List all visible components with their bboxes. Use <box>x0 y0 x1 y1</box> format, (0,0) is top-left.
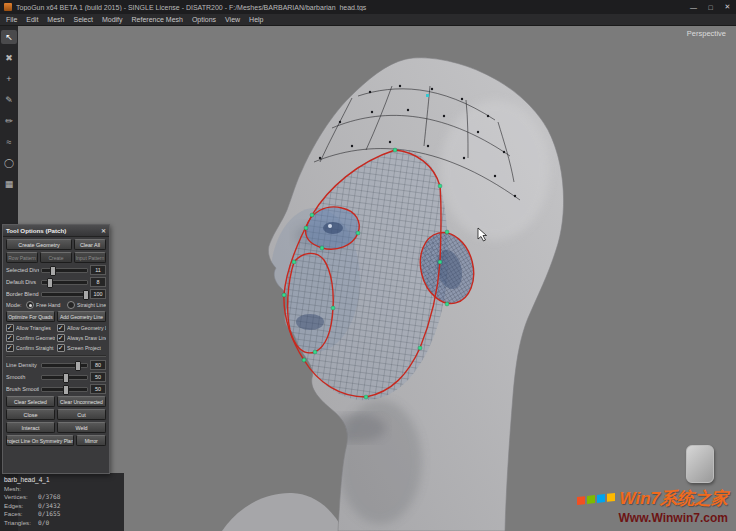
slider-thumb[interactable] <box>50 266 56 276</box>
border-blend-value[interactable]: 100 <box>90 289 106 299</box>
loop-tool-icon[interactable]: ◯ <box>1 156 17 170</box>
menu-reference-mesh[interactable]: Reference Mesh <box>132 16 183 23</box>
watermark: Win7系统之家 Www.Winwin7.com <box>576 445 728 525</box>
allow-triangles-checkbox[interactable] <box>6 324 14 332</box>
confirm-geometry-label: Confirm Geometry <box>16 335 55 341</box>
mode-straight-lines-radio[interactable] <box>67 301 75 309</box>
default-divs-slider[interactable] <box>41 280 88 285</box>
brush-smooth-slider[interactable] <box>41 387 88 392</box>
create-button[interactable]: Create <box>40 252 72 263</box>
tool-options-panel: Tool Options (Patch) ✕ Create Geometry C… <box>2 224 110 474</box>
brush-smooth-label: Brush Smooth <box>6 386 39 392</box>
slider-thumb[interactable] <box>63 373 69 383</box>
menu-help[interactable]: Help <box>249 16 263 23</box>
app-icon <box>4 3 12 11</box>
edges-label: Edges: <box>4 502 38 511</box>
minimize-button[interactable]: — <box>685 0 702 14</box>
selected-divs-slider[interactable] <box>41 268 88 273</box>
menu-select[interactable]: Select <box>73 16 92 23</box>
menu-bar: File Edit Mesh Select Modify Reference M… <box>0 14 736 26</box>
slider-thumb[interactable] <box>83 290 89 300</box>
interact-button[interactable]: Interact <box>6 422 55 433</box>
object-name[interactable]: barb_head_4_1 <box>4 476 120 485</box>
grid-tool-icon[interactable]: ▦ <box>1 177 17 191</box>
slider-thumb[interactable] <box>75 361 81 371</box>
maximize-button[interactable]: □ <box>702 0 719 14</box>
row-pattern-button[interactable]: Row Pattern <box>6 252 38 263</box>
allow-geometry-lines-label: Allow Geometry Lines <box>67 325 106 331</box>
draw-tool-icon[interactable]: ✎ <box>1 93 17 107</box>
line-density-slider[interactable] <box>41 363 88 368</box>
default-divs-value[interactable]: 8 <box>90 277 106 287</box>
watermark-block-icon <box>686 445 714 483</box>
menu-file[interactable]: File <box>6 16 17 23</box>
screen-project-checkbox[interactable] <box>57 344 65 352</box>
confirm-geometry-checkbox[interactable] <box>6 334 14 342</box>
line-density-value[interactable]: 80 <box>90 360 106 370</box>
allow-geometry-lines-checkbox[interactable] <box>57 324 65 332</box>
mode-free-hand-radio[interactable] <box>26 301 34 309</box>
weld-button[interactable]: Weld <box>57 422 106 433</box>
smooth-tool-icon[interactable]: ≈ <box>1 135 17 149</box>
application-window: Perspective TopoGun x64 BETA 1 (build 20… <box>0 0 736 531</box>
vertices-row: Vertices:0/3768 <box>4 493 120 502</box>
brush-smooth-value[interactable]: 50 <box>90 384 106 394</box>
close-button[interactable]: ✕ <box>719 0 736 14</box>
line-density-label: Line Density <box>6 362 39 368</box>
confirm-straight-lines-label: Confirm Straight Lines <box>16 345 55 351</box>
slider-thumb[interactable] <box>47 278 53 288</box>
border-blend-label: Border Blend <box>6 291 39 297</box>
smooth-value[interactable]: 50 <box>90 372 106 382</box>
clear-all-button[interactable]: Clear All <box>74 239 106 250</box>
menu-options[interactable]: Options <box>192 16 216 23</box>
add-geometry-line-button[interactable]: Add Geometry Line <box>57 311 106 322</box>
mode-label: Mode: <box>6 302 24 308</box>
confirm-straight-lines-checkbox[interactable] <box>6 344 14 352</box>
tool-options-titlebar[interactable]: Tool Options (Patch) ✕ <box>3 225 109 237</box>
selected-vertex-dot <box>426 94 429 97</box>
vertices-label: Vertices: <box>4 493 38 502</box>
delete-tool-icon[interactable]: ✖ <box>1 51 17 65</box>
add-tool-icon[interactable]: + <box>1 72 17 86</box>
faces-value: 0/1655 <box>38 510 60 517</box>
faces-row: Faces:0/1655 <box>4 510 120 519</box>
window-title: TopoGun x64 BETA 1 (build 2015) - SINGLE… <box>16 4 685 11</box>
slider-thumb[interactable] <box>63 385 69 395</box>
object-type: Mesh: <box>4 485 120 494</box>
border-blend-slider[interactable] <box>41 292 88 297</box>
edges-value: 0/3432 <box>38 502 60 509</box>
selected-divs-value[interactable]: 11 <box>90 265 106 275</box>
menu-mesh[interactable]: Mesh <box>47 16 64 23</box>
mirror-button[interactable]: Mirror <box>76 435 106 446</box>
windows-flag-icon <box>576 491 616 505</box>
triangles-value: 0/0 <box>38 519 49 526</box>
screen-project-label: Screen Project <box>67 345 101 351</box>
triangles-row: Triangles:0/0 <box>4 519 120 528</box>
watermark-url: Www.Winwin7.com <box>576 511 728 525</box>
divider <box>6 355 106 357</box>
optimize-for-quads-button[interactable]: Optimize For Quads <box>6 311 55 322</box>
clear-selected-button[interactable]: Clear Selected <box>6 396 55 407</box>
clear-unconnected-button[interactable]: Clear Unconnected <box>57 396 106 407</box>
menu-edit[interactable]: Edit <box>26 16 38 23</box>
always-draw-lines-checkbox[interactable] <box>57 334 65 342</box>
panel-close-icon[interactable]: ✕ <box>101 227 106 234</box>
close-patch-button[interactable]: Close <box>6 409 55 420</box>
title-bar: TopoGun x64 BETA 1 (build 2015) - SINGLE… <box>0 0 736 14</box>
selected-divs-label: Selected Divs <box>6 267 39 273</box>
create-geometry-button[interactable]: Create Geometry <box>6 239 72 250</box>
vertices-value: 0/3768 <box>38 493 60 500</box>
menu-view[interactable]: View <box>225 16 240 23</box>
faces-label: Faces: <box>4 510 38 519</box>
select-tool-icon[interactable]: ↖ <box>1 30 17 44</box>
input-pattern-button[interactable]: Input Pattern <box>74 252 106 263</box>
smooth-slider[interactable] <box>41 375 88 380</box>
project-line-symmetry-button[interactable]: Project Line On Symmetry Plane <box>6 435 74 446</box>
default-divs-label: Default Divs <box>6 279 39 285</box>
menu-modify[interactable]: Modify <box>102 16 123 23</box>
edges-row: Edges:0/3432 <box>4 502 120 511</box>
triangles-label: Triangles: <box>4 519 38 528</box>
pencil-tool-icon[interactable]: ✏ <box>1 114 17 128</box>
view-label: Perspective <box>687 29 726 38</box>
cut-button[interactable]: Cut <box>57 409 106 420</box>
